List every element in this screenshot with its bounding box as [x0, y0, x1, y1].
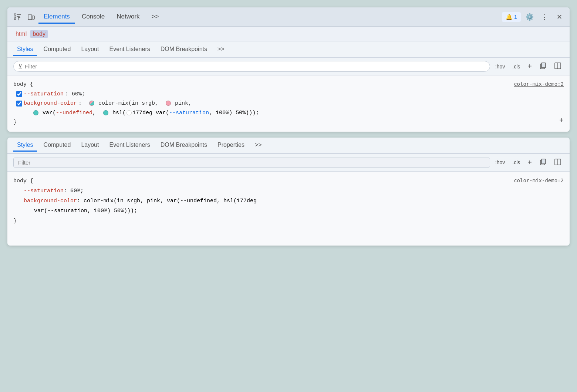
breadcrumb-body[interactable]: body [30, 30, 48, 38]
filter-actions-2: :hov .cls + [493, 157, 564, 168]
color-swatch-mixed[interactable] [89, 101, 94, 106]
tab-event-listeners[interactable]: Event Listeners [105, 44, 153, 56]
css-file-link-2[interactable]: color-mix-demo:2 [514, 176, 564, 185]
css-closing-2: } [13, 216, 564, 226]
copy-styles-button[interactable] [537, 61, 549, 72]
filter-input[interactable] [25, 63, 485, 70]
css-line1-2: --saturation: 60%; [13, 186, 564, 196]
cls-button[interactable]: .cls [510, 62, 522, 71]
hov-button[interactable]: :hov [493, 62, 507, 71]
saturation-checkbox[interactable] [16, 91, 22, 97]
css-line2-2: background-color: color-mix(in srgb, pin… [13, 196, 564, 206]
badge-icon: 🔔 [506, 14, 513, 20]
color-swatch-white[interactable] [126, 110, 132, 115]
css-selector-2: body { [13, 176, 33, 186]
color-swatch-teal[interactable] [33, 110, 38, 115]
svg-rect-1 [14, 16, 16, 17]
tab-more-sub[interactable]: >> [214, 44, 228, 56]
devtools-top-panel: Elements Console Network >> 🔔 1 ⚙️ ⋮ ✕ h… [7, 7, 570, 132]
svg-rect-2 [14, 18, 16, 20]
saturation-value-2: : 60%; [64, 188, 84, 194]
bgcolor-value-2: : color-mix(in srgb, pink, var(--undefin… [77, 198, 257, 204]
tab-layout[interactable]: Layout [77, 44, 102, 56]
saturation-prop-2: --saturation [24, 188, 64, 194]
css-rule-header: body { color-mix-demo:2 [13, 80, 564, 89]
saturation-prop-name: --saturation [24, 89, 64, 99]
tab-event-listeners-2[interactable]: Event Listeners [105, 139, 153, 152]
filter-icon: ⊻ [18, 63, 23, 70]
inspect-icon[interactable] [12, 11, 24, 23]
add-rule-button[interactable]: + [559, 115, 564, 127]
tab-elements[interactable]: Elements [38, 11, 75, 24]
filter-input-wrap-2[interactable] [13, 158, 490, 168]
saturation-prop-value: : 60%; [65, 89, 85, 99]
tab-styles[interactable]: Styles [13, 44, 37, 56]
tab-properties-2[interactable]: Properties [214, 139, 248, 152]
filter-bar-2: :hov .cls + [7, 154, 570, 172]
css-closing: } [13, 118, 564, 127]
devtools-bottom-panel: Styles Computed Layout Event Listeners D… [7, 138, 570, 246]
toolbar-right: 🔔 1 ⚙️ ⋮ ✕ [502, 11, 565, 23]
svg-rect-7 [28, 15, 32, 20]
styles-sub-tabs-2: Styles Computed Layout Event Listeners D… [7, 138, 570, 154]
filter-input-wrap[interactable]: ⊻ [13, 61, 490, 72]
bgcolor-prop-name: background-color [24, 99, 77, 108]
device-toggle-icon[interactable] [25, 11, 37, 23]
svg-rect-0 [14, 14, 16, 15]
breadcrumb: html body [7, 27, 570, 41]
panel-split-button[interactable] [552, 61, 564, 72]
copy-styles-button-2[interactable] [537, 157, 549, 168]
css-rule-header-2: body { color-mix-demo:2 [13, 176, 564, 186]
css-content-2: body { color-mix-demo:2 --saturation: 60… [7, 172, 570, 246]
settings-icon[interactable]: ⚙️ [524, 11, 536, 23]
css-line3-2: var(--saturation, 100%) 50%))); [13, 206, 564, 216]
notification-badge[interactable]: 🔔 1 [502, 12, 521, 22]
tab-styles-2[interactable]: Styles [13, 139, 37, 152]
add-style-button-2[interactable]: + [525, 157, 534, 168]
tab-more-sub-2[interactable]: >> [251, 139, 266, 152]
css-file-link[interactable]: color-mix-demo:2 [514, 80, 564, 89]
close-icon[interactable]: ✕ [553, 11, 565, 23]
css-property-saturation: --saturation : 60%; [13, 89, 564, 99]
tab-layout-2[interactable]: Layout [77, 139, 102, 152]
css-selector: body { [13, 80, 33, 89]
tab-computed[interactable]: Computed [40, 44, 75, 56]
tab-console[interactable]: Console [77, 11, 110, 24]
tab-more[interactable]: >> [146, 11, 164, 24]
cls-button-2[interactable]: .cls [510, 158, 522, 167]
devtools-toolbar: Elements Console Network >> 🔔 1 ⚙️ ⋮ ✕ [7, 7, 570, 27]
tab-computed-2[interactable]: Computed [40, 139, 75, 152]
color-swatch-pink[interactable] [166, 101, 171, 106]
color-swatch-teal2[interactable] [103, 110, 108, 115]
panel-split-button-2[interactable] [552, 157, 564, 168]
css-content: body { color-mix-demo:2 --saturation : 6… [7, 75, 570, 132]
breadcrumb-html[interactable]: html [13, 30, 29, 38]
css-property-bgcolor: background-color : color-mix(in srgb, pi… [13, 99, 564, 108]
svg-rect-14 [541, 159, 546, 164]
bgcolor-checkbox[interactable] [16, 101, 22, 107]
bgcolor-prop-value-1: : color-mix(in srgb, pink, [78, 99, 192, 108]
add-style-button[interactable]: + [525, 61, 534, 72]
tab-dom-breakpoints[interactable]: DOM Breakpoints [157, 44, 211, 56]
filter-input-2[interactable] [18, 159, 485, 166]
styles-sub-tabs: Styles Computed Layout Event Listeners D… [7, 41, 570, 58]
hov-button-2[interactable]: :hov [493, 158, 507, 167]
more-icon[interactable]: ⋮ [539, 11, 550, 23]
filter-actions: :hov .cls + [493, 61, 564, 72]
tab-network[interactable]: Network [111, 11, 145, 24]
svg-rect-8 [32, 16, 34, 19]
filter-bar: ⊻ :hov .cls + [7, 58, 570, 75]
css-line3: var(--undefined, hsl(177deg var(--satura… [13, 108, 564, 118]
bgcolor-value-cont-2: var(--saturation, 100%) 50%))); [34, 208, 137, 214]
bgcolor-prop-2: background-color [24, 198, 77, 204]
svg-rect-10 [541, 63, 546, 68]
badge-count: 1 [514, 14, 517, 20]
tab-dom-breakpoints-2[interactable]: DOM Breakpoints [157, 139, 211, 152]
